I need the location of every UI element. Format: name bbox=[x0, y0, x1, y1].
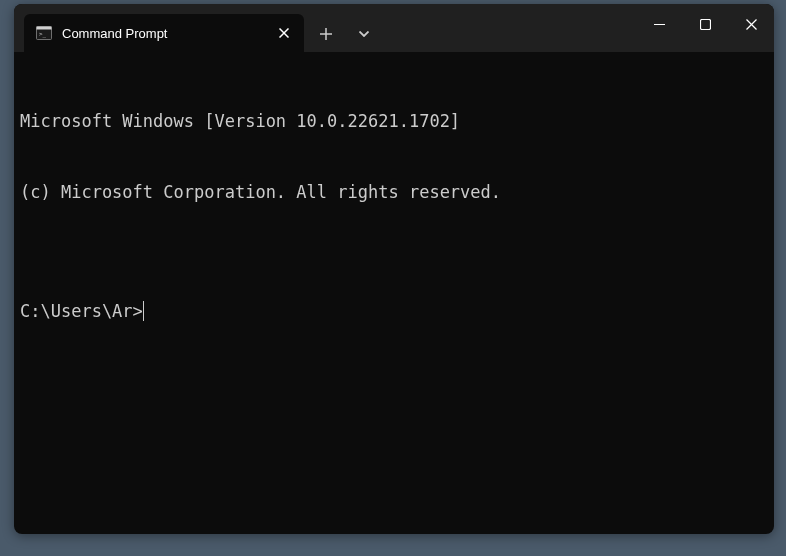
svg-text:>_: >_ bbox=[39, 30, 47, 38]
svg-rect-8 bbox=[700, 19, 710, 29]
maximize-button[interactable] bbox=[682, 4, 728, 44]
new-tab-button[interactable] bbox=[310, 18, 342, 50]
minimize-button[interactable] bbox=[636, 4, 682, 44]
terminal-line: Microsoft Windows [Version 10.0.22621.17… bbox=[20, 110, 768, 134]
terminal-line: (c) Microsoft Corporation. All rights re… bbox=[20, 181, 768, 205]
terminal-output[interactable]: Microsoft Windows [Version 10.0.22621.17… bbox=[14, 52, 774, 381]
tab-dropdown-button[interactable] bbox=[348, 18, 380, 50]
terminal-window: >_ Command Prompt bbox=[14, 4, 774, 534]
terminal-cursor bbox=[143, 301, 145, 321]
titlebar: >_ Command Prompt bbox=[14, 4, 774, 52]
tab-area: >_ Command Prompt bbox=[14, 4, 636, 52]
command-prompt-icon: >_ bbox=[36, 25, 52, 41]
close-button[interactable] bbox=[728, 4, 774, 44]
tab-close-button[interactable] bbox=[274, 23, 294, 43]
tab-title: Command Prompt bbox=[62, 26, 274, 41]
terminal-prompt-line: C:\Users\Ar> bbox=[20, 300, 768, 324]
terminal-prompt: C:\Users\Ar> bbox=[20, 300, 143, 324]
tab-command-prompt[interactable]: >_ Command Prompt bbox=[24, 14, 304, 52]
window-controls bbox=[636, 4, 774, 44]
